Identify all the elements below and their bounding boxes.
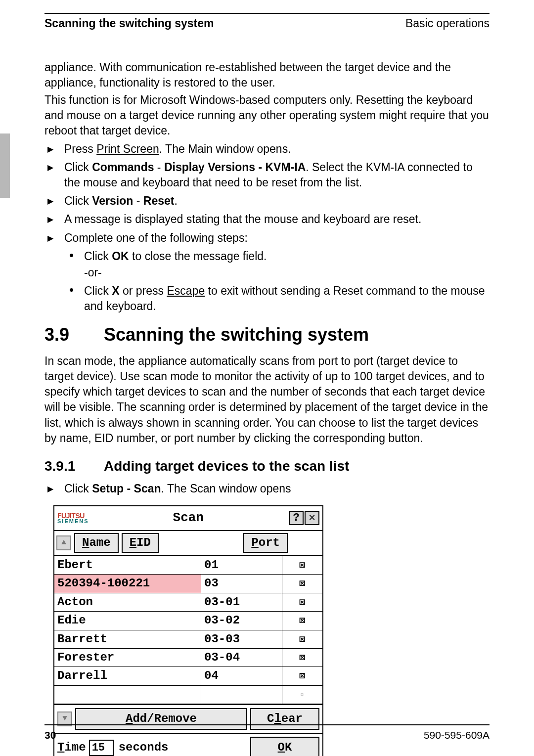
- name-column-button[interactable]: Name: [74, 533, 119, 553]
- intro-para-2: This function is for Microsoft Windows-b…: [44, 92, 490, 138]
- step-4: A message is displayed stating that the …: [44, 212, 490, 227]
- print-screen-key: Print Screen: [96, 142, 159, 155]
- scan-titlebar: FUJITSU SIEMENS Scan ? ✕: [54, 506, 322, 531]
- device-checkbox[interactable]: ⊠: [282, 667, 322, 685]
- device-name-cell: Forester: [54, 648, 201, 667]
- device-port-cell: [201, 685, 282, 704]
- scan-device-table: Ebert01⊠520394-10022103⊠Acton03-01⊠Edie0…: [54, 556, 322, 704]
- time-input[interactable]: [89, 740, 114, 756]
- page-header: Scanning the switching system Basic oper…: [44, 13, 490, 33]
- table-row[interactable]: ▫: [54, 685, 322, 704]
- page-footer: 30 590-595-609A: [44, 724, 490, 742]
- close-button[interactable]: ✕: [305, 511, 319, 525]
- table-row[interactable]: Ebert01⊠: [54, 556, 322, 574]
- scan-window-title: Scan: [89, 509, 288, 527]
- doc-number: 590-595-609A: [424, 728, 490, 742]
- device-checkbox[interactable]: ▫: [282, 685, 322, 704]
- section-para: In scan mode, the appliance automaticall…: [44, 354, 490, 445]
- scan-column-headers: ▲ Name EID Port: [54, 531, 322, 556]
- device-checkbox[interactable]: ⊠: [282, 612, 322, 630]
- section-number: 3.9: [44, 323, 104, 347]
- time-label: Time: [57, 740, 86, 756]
- device-name-cell: Acton: [54, 593, 201, 611]
- section-title: Scanning the switching system: [104, 324, 369, 345]
- device-checkbox[interactable]: ⊠: [282, 593, 322, 611]
- device-name-cell: Ebert: [54, 556, 201, 574]
- subsection-steps: Click Setup - Scan. The Scan window open…: [44, 481, 490, 496]
- scroll-up-button[interactable]: ▲: [56, 535, 71, 550]
- or-separator: -or-: [84, 265, 490, 280]
- device-checkbox[interactable]: ⊠: [282, 556, 322, 574]
- page-number: 30: [44, 728, 56, 742]
- table-row[interactable]: Darrell04⊠: [54, 667, 322, 685]
- scan-window: FUJITSU SIEMENS Scan ? ✕ ▲ Name EID Port…: [53, 505, 323, 756]
- device-port-cell: 03-04: [201, 648, 282, 667]
- step-5: Complete one of the following steps: Cli…: [44, 230, 490, 314]
- device-name-cell: 520394-100221: [54, 575, 201, 593]
- table-row[interactable]: Barrett03-03⊠: [54, 630, 322, 648]
- device-port-cell: 03: [201, 575, 282, 593]
- table-row[interactable]: Acton03-01⊠: [54, 593, 322, 611]
- table-row[interactable]: 520394-10022103⊠: [54, 575, 322, 593]
- device-checkbox[interactable]: ⊠: [282, 630, 322, 648]
- device-port-cell: 03-03: [201, 630, 282, 648]
- subsection-heading: 3.9.1Adding target devices to the scan l…: [44, 457, 490, 476]
- device-port-cell: 04: [201, 667, 282, 685]
- device-name-cell: [54, 685, 201, 704]
- intro-para-1: appliance. With communication re-establi…: [44, 60, 490, 90]
- subsection-title: Adding target devices to the scan list: [104, 458, 349, 474]
- device-port-cell: 01: [201, 556, 282, 574]
- sub-step: Click Setup - Scan. The Scan window open…: [44, 481, 490, 496]
- table-row[interactable]: Forester03-04⊠: [54, 648, 322, 667]
- device-name-cell: Darrell: [54, 667, 201, 685]
- step-1: Press Print Screen. The Main window open…: [44, 141, 490, 157]
- thumb-tab: [0, 133, 10, 198]
- help-button[interactable]: ?: [289, 511, 304, 525]
- device-port-cell: 03-01: [201, 593, 282, 611]
- seconds-label: seconds: [119, 740, 169, 756]
- sub-step-2: Click X or press Escape to exit without …: [64, 283, 490, 314]
- device-port-cell: 03-02: [201, 612, 282, 630]
- subsection-number: 3.9.1: [44, 457, 104, 476]
- header-chapter: Basic operations: [405, 16, 490, 31]
- device-name-cell: Barrett: [54, 630, 201, 648]
- eid-column-button[interactable]: EID: [122, 533, 159, 553]
- fujitsu-siemens-logo: FUJITSU SIEMENS: [57, 512, 89, 524]
- steps-list: Press Print Screen. The Main window open…: [44, 141, 490, 313]
- step-3: Click Version - Reset.: [44, 193, 490, 209]
- section-heading: 3.9Scanning the switching system: [44, 323, 490, 347]
- step-2: Click Commands - Display Versions - KVM-…: [44, 160, 490, 190]
- device-checkbox[interactable]: ⊠: [282, 575, 322, 593]
- sub-steps: Click OK to close the message field. -or…: [64, 249, 490, 314]
- device-checkbox[interactable]: ⊠: [282, 648, 322, 667]
- device-name-cell: Edie: [54, 612, 201, 630]
- port-column-button[interactable]: Port: [243, 533, 288, 553]
- table-row[interactable]: Edie03-02⊠: [54, 612, 322, 630]
- sub-step-1: Click OK to close the message field. -or…: [64, 249, 490, 280]
- header-section-title: Scanning the switching system: [44, 16, 214, 31]
